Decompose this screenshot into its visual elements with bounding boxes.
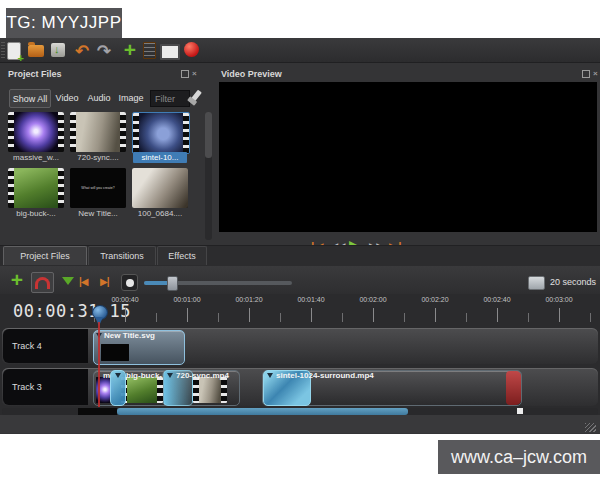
timeline-toolbar — [0, 266, 600, 295]
magnet-icon — [35, 277, 50, 289]
import-files-icon[interactable]: + — [121, 40, 139, 60]
track-3-header[interactable]: Track 3 — [3, 369, 88, 405]
file-thumbnail[interactable] — [8, 112, 64, 152]
open-project-icon[interactable] — [28, 45, 44, 57]
zoom-scale-label[interactable]: 20 seconds — [550, 277, 596, 287]
tab-transitions[interactable]: Transitions — [88, 246, 156, 265]
timeline-scrollbar-gap — [78, 408, 117, 415]
add-marker-icon[interactable] — [62, 277, 74, 285]
ruler-tick: 00:01:00 — [164, 296, 210, 303]
add-track-icon[interactable]: + — [8, 270, 26, 290]
timeline-scrollbar-thumb[interactable] — [117, 408, 408, 415]
new-project-icon[interactable] — [7, 42, 21, 60]
ruler-tick: 00:01:40 — [288, 296, 334, 303]
video-preview-screen — [219, 82, 597, 232]
float-icon[interactable] — [181, 70, 189, 78]
file-name[interactable]: massive_w... — [6, 152, 66, 163]
clip-menu-icon[interactable] — [115, 373, 121, 378]
clip-label: big-buck- — [126, 371, 162, 380]
clip-label: 720-sync.mp4 — [176, 371, 229, 380]
float-icon[interactable] — [582, 70, 590, 78]
track-4-lane[interactable] — [2, 328, 598, 364]
fullscreen-icon[interactable] — [160, 44, 180, 60]
playhead-line — [98, 322, 100, 407]
bottom-watermark: www.ca–jcw.com — [438, 440, 600, 474]
ruler-tick: 00:00:40 — [102, 296, 148, 303]
file-thumbnail[interactable]: What will you create? — [70, 168, 126, 208]
tab-project-files[interactable]: Project Files — [3, 246, 87, 265]
ruler-tick: 00:02:40 — [474, 296, 520, 303]
video-preview-window-icons: × — [582, 70, 598, 78]
close-icon[interactable]: × — [192, 71, 197, 77]
file-thumbnail-selected[interactable] — [132, 112, 190, 154]
ruler-major-ticks — [125, 308, 596, 322]
filter-input[interactable] — [150, 90, 190, 107]
clip-label: sintel-1024-surround.mp4 — [276, 371, 374, 380]
clip-menu-icon[interactable] — [167, 373, 173, 378]
status-bar — [0, 415, 600, 433]
filter-audio-button[interactable]: Audio — [86, 89, 112, 106]
file-name[interactable]: big-buck-... — [6, 208, 66, 219]
window-resize-grip[interactable] — [585, 423, 596, 432]
choose-profile-icon[interactable] — [143, 42, 156, 59]
project-files-panel-title: Project Files — [8, 67, 178, 81]
project-files-window-icons: × — [181, 70, 197, 78]
center-on-playhead-icon[interactable] — [121, 274, 138, 291]
undo-icon[interactable]: ↶ — [73, 42, 91, 60]
next-marker-icon[interactable]: ▶| — [100, 276, 109, 287]
openshot-screenshot: ↶ ↷ + Project Files × Show All Video Aud… — [0, 0, 600, 480]
file-name-selected[interactable]: sintel-10... — [133, 152, 187, 163]
files-scrollbar[interactable] — [205, 112, 212, 240]
redo-icon[interactable]: ↷ — [95, 42, 113, 60]
timeline-scrollbar-handle[interactable] — [517, 408, 523, 414]
top-watermark: TG: MYYJJPP — [6, 8, 122, 38]
file-thumbnail[interactable] — [132, 168, 188, 208]
title-thumb-text: What will you create? — [81, 186, 114, 190]
toolbar-grip[interactable] — [1, 42, 5, 58]
tab-effects[interactable]: Effects — [157, 246, 207, 265]
file-name[interactable]: 100_0684.... — [130, 208, 190, 219]
filter-show-all-button[interactable]: Show All — [9, 89, 51, 108]
clip-label: New Title.svg — [104, 331, 155, 340]
snapping-toggle[interactable] — [31, 272, 54, 293]
file-thumbnail[interactable] — [8, 168, 64, 208]
clip-label: m — [103, 371, 110, 380]
ruler-tick: 00:03:00 — [536, 296, 582, 303]
filter-video-button[interactable]: Video — [54, 89, 80, 106]
export-video-icon[interactable] — [184, 42, 199, 57]
clip-menu-icon[interactable] — [267, 373, 273, 378]
ruler-tick: 00:02:00 — [350, 296, 396, 303]
ruler-tick: 00:01:20 — [226, 296, 272, 303]
save-project-icon[interactable] — [51, 43, 65, 57]
filter-image-button[interactable]: Image — [117, 89, 145, 106]
zoom-slider-handle[interactable] — [167, 276, 178, 291]
clip-trim-edge[interactable] — [506, 371, 521, 405]
file-name[interactable]: 720-sync.... — [68, 152, 128, 163]
video-preview-panel-title: Video Preview — [221, 67, 421, 81]
zoom-scale-icon[interactable] — [528, 276, 545, 290]
close-icon[interactable]: × — [593, 71, 598, 77]
file-name[interactable]: New Title... — [68, 208, 128, 219]
ruler-tick: 00:02:20 — [412, 296, 458, 303]
previous-marker-icon[interactable]: |◀ — [79, 276, 88, 287]
track-4-header[interactable]: Track 4 — [3, 329, 88, 363]
file-thumbnail[interactable] — [70, 112, 126, 152]
